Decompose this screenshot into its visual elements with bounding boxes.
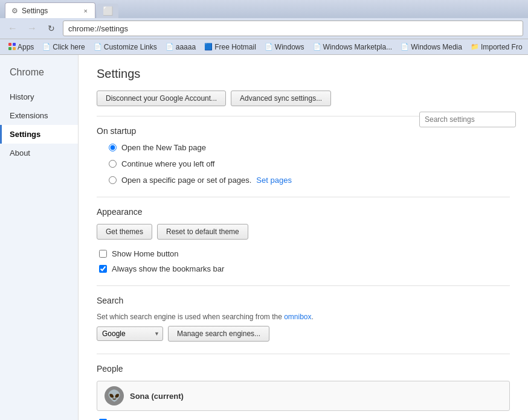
separator-3 [97, 285, 510, 286]
startup-option-specific[interactable]: Open a specific page or set of pages. Se… [109, 176, 510, 185]
bookmark-hotmail[interactable]: 🟦 Free Hotmail [201, 42, 260, 52]
search-section: Search Set which search engine is used w… [97, 296, 510, 342]
appearance-title: Appearance [97, 207, 510, 217]
show-home-row[interactable]: Show Home button [97, 249, 510, 258]
startup-option-continue[interactable]: Continue where you left off [109, 159, 510, 168]
search-engine-select[interactable]: Google [97, 326, 163, 341]
sidebar-item-history[interactable]: History [0, 88, 78, 106]
search-engine-row: Google Manage search engines... [97, 326, 510, 342]
back-button[interactable]: ← [5, 21, 21, 36]
search-title: Search [97, 296, 510, 305]
profile-name: Sona (current) [130, 392, 184, 401]
on-startup-title: On startup [97, 126, 510, 136]
show-bookmarks-checkbox[interactable] [99, 265, 107, 273]
sidebar-brand: Chrome [0, 67, 78, 88]
bookmark-imported[interactable]: 📁 Imported Fro [467, 42, 526, 52]
startup-radio-group: Open the New Tab page Continue where you… [97, 143, 510, 185]
bookmark-click-here[interactable]: 📄 Click here [39, 42, 88, 52]
show-bookmarks-row[interactable]: Always show the bookmarks bar [97, 264, 510, 273]
omnibox-link[interactable]: omnibox [284, 313, 311, 321]
bookmark-aaaaa[interactable]: 📄 aaaaa [162, 42, 199, 52]
people-section: People 👽 Sona (current) Enable Guest bro… [97, 364, 510, 420]
set-pages-link[interactable]: Set pages [256, 176, 292, 185]
tab-title: Settings [22, 7, 79, 15]
search-settings-input[interactable] [419, 112, 516, 127]
sidebar-item-about[interactable]: About [0, 144, 78, 162]
refresh-button[interactable]: ↻ [43, 21, 59, 36]
forward-button[interactable]: → [24, 21, 40, 36]
startup-radio-specific[interactable] [109, 176, 117, 184]
bookmarks-bar: Apps 📄 Click here 📄 Customize Links 📄 aa… [0, 39, 528, 55]
search-engine-select-wrapper: Google [97, 326, 163, 341]
bookmark-media-icon: 📄 [401, 43, 409, 51]
get-themes-button[interactable]: Get themes [97, 224, 152, 240]
appearance-section: Appearance Get themes Reset to default t… [97, 207, 510, 273]
sidebar-item-extensions[interactable]: Extensions [0, 106, 78, 125]
manage-search-engines-button[interactable]: Manage search engines... [168, 326, 269, 342]
bookmark-marketplace[interactable]: 📄 Windows Marketpla... [309, 42, 396, 52]
page-title: Settings [97, 67, 510, 81]
address-bar[interactable] [63, 21, 523, 36]
bookmark-hotmail-icon: 🟦 [204, 43, 213, 51]
toolbar: ← → ↻ [0, 18, 528, 39]
avatar: 👽 [105, 386, 124, 406]
search-description: Set which search engine is used when sea… [97, 313, 510, 321]
bookmark-file-icon-2: 📄 [94, 43, 102, 51]
tab-icon: ⚙ [11, 7, 18, 15]
bookmark-media[interactable]: 📄 Windows Media [397, 42, 466, 52]
bookmark-windows-icon: 📄 [265, 43, 273, 51]
people-profile[interactable]: 👽 Sona (current) [97, 381, 510, 411]
reset-theme-button[interactable]: Reset to default theme [157, 224, 248, 240]
sidebar-item-settings[interactable]: Settings [0, 125, 78, 144]
people-title: People [97, 364, 510, 374]
bookmark-folder-icon: 📁 [471, 43, 479, 51]
settings-content: Settings Disconnect your Google Account.… [79, 55, 528, 420]
bookmark-windows[interactable]: 📄 Windows [261, 42, 308, 52]
bookmark-apps[interactable]: Apps [5, 42, 37, 52]
sync-buttons-row: Disconnect your Google Account... Advanc… [97, 91, 510, 106]
bookmark-marketplace-icon: 📄 [313, 43, 321, 51]
on-startup-section: On startup Open the New Tab page Continu… [97, 126, 510, 185]
disconnect-google-button[interactable]: Disconnect your Google Account... [97, 91, 226, 106]
advanced-sync-button[interactable]: Advanced sync settings... [231, 91, 331, 106]
separator-2 [97, 197, 510, 197]
bookmark-file-icon-3: 📄 [166, 43, 174, 51]
show-home-checkbox[interactable] [99, 250, 107, 258]
bookmark-customize-links[interactable]: 📄 Customize Links [90, 42, 161, 52]
startup-radio-new-tab[interactable] [109, 144, 117, 151]
startup-option-new-tab[interactable]: Open the New Tab page [109, 143, 510, 152]
tab-close-button[interactable]: × [83, 7, 89, 14]
separator-4 [97, 354, 510, 354]
new-tab-button[interactable]: ⬜ [97, 4, 118, 18]
apps-grid-icon [8, 43, 16, 51]
theme-buttons-row: Get themes Reset to default theme [97, 224, 510, 240]
startup-radio-continue[interactable] [109, 160, 117, 168]
sidebar: Chrome History Extensions Settings About [0, 55, 79, 420]
active-tab[interactable]: ⚙ Settings × [5, 2, 95, 18]
bookmark-file-icon: 📄 [42, 43, 51, 51]
